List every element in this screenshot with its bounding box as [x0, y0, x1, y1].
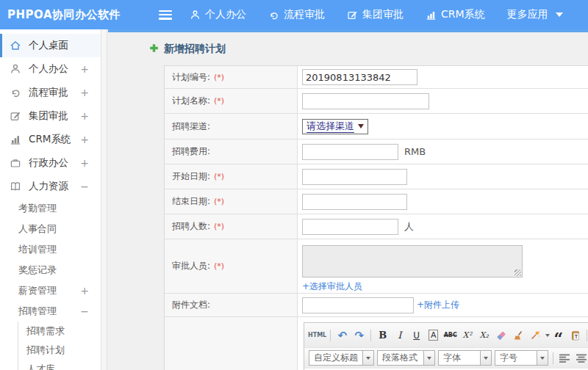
plan-name-input[interactable]	[302, 93, 429, 109]
select-approvers-link[interactable]: +选择审批人员	[302, 280, 362, 293]
topnav-personal-office[interactable]: 个人办公	[190, 8, 246, 21]
eraser-icon[interactable]	[493, 328, 509, 342]
form-row-channel: 招聘渠道: 请选择渠道	[165, 114, 588, 139]
recruit-plan-form: 计划编号:(*) 计划名称:(*) 招聘渠道: 请选择渠道	[164, 65, 588, 370]
field-label: 计划名称:(*)	[165, 89, 298, 113]
superscript-button[interactable]: X²	[459, 328, 475, 342]
end-date-input[interactable]	[302, 194, 407, 210]
field-label: 招聘人数:(*)	[165, 214, 298, 239]
resize-grip-icon[interactable]	[514, 269, 521, 276]
sidebar-item-admin-office[interactable]: 行政办公 +	[0, 151, 101, 175]
subscript-button[interactable]: X₂	[476, 328, 492, 342]
start-date-input[interactable]	[302, 169, 407, 185]
sidebar-item-talent-pool[interactable]: 人才库	[18, 360, 101, 370]
paste-icon[interactable]	[567, 328, 583, 342]
field-label: 结束日期:(*)	[165, 189, 298, 214]
plan-no-input[interactable]	[302, 69, 417, 85]
font-style-button[interactable]: A	[429, 330, 439, 341]
sidebar-item-attendance[interactable]: 考勤管理	[0, 198, 101, 219]
edit-icon	[347, 10, 358, 21]
page-header: 新增招聘计划	[108, 32, 588, 65]
sidebar-item-recruit-demand[interactable]: 招聘需求	[18, 322, 101, 341]
strikethrough-button[interactable]: ABC	[442, 328, 458, 342]
caret-down-icon	[366, 357, 370, 360]
form-row-plan-no: 计划编号:(*)	[165, 66, 588, 89]
sidebar-item-salary[interactable]: 薪资管理 +	[0, 280, 101, 301]
required-mark: (*)	[214, 197, 224, 206]
topnav-group-approval[interactable]: 集团审批	[347, 8, 404, 21]
required-mark: (*)	[214, 222, 224, 231]
sidebar-scrollbar[interactable]	[101, 29, 107, 370]
redo-button[interactable]: ↷	[351, 328, 367, 342]
font-size-select[interactable]: 字号	[495, 350, 548, 366]
collapse-icon[interactable]: −	[80, 305, 89, 317]
align-left-icon[interactable]	[557, 351, 573, 365]
sidebar-item-recruit-mgmt[interactable]: 招聘管理 −	[0, 301, 101, 322]
align-center-icon[interactable]	[574, 351, 588, 365]
topbar: PHPOA协同办公软件 个人办公 流程审批 集团审批 CRM系统	[0, 0, 588, 29]
field-label: 招聘渠道:	[165, 114, 298, 139]
expand-icon[interactable]: +	[80, 63, 89, 75]
select-arrow-icon	[358, 124, 364, 128]
underline-button[interactable]: U	[409, 328, 424, 342]
sidebar-item-rewards[interactable]: 奖惩记录	[0, 260, 101, 280]
sidebar: 个人桌面 个人办公 + 流程审批 + 集团审批 + CRM系统 + 行政办公 +	[0, 29, 101, 370]
main-content: 新增招聘计划 计划编号:(*) 计划名称:(*) 招聘渠道:	[108, 29, 588, 370]
flow-icon	[268, 10, 279, 21]
caret-down-icon[interactable]	[545, 334, 550, 337]
add-plus-icon	[149, 42, 159, 56]
required-mark: (*)	[214, 261, 224, 271]
briefcase-icon	[10, 157, 22, 170]
chart-icon	[10, 134, 22, 146]
cost-input[interactable]	[302, 144, 398, 160]
field-label: 开始日期:(*)	[165, 164, 298, 189]
sidebar-item-personal-office[interactable]: 个人办公 +	[0, 57, 101, 81]
expand-icon[interactable]: +	[80, 134, 89, 145]
form-row-attachment: 附件文档: +附件上传	[165, 294, 588, 317]
flow-icon	[10, 87, 22, 99]
undo-button[interactable]: ↶	[334, 328, 350, 342]
heading-style-select[interactable]: 自定义标题	[309, 350, 374, 366]
sidebar-item-crm-system[interactable]: CRM系统 +	[0, 128, 101, 151]
attachment-upload-link[interactable]: +附件上传	[417, 299, 459, 311]
topnav-crm-system[interactable]: CRM系统	[426, 8, 485, 21]
format-brush-icon[interactable]	[510, 328, 526, 342]
approvers-textarea[interactable]	[302, 245, 523, 278]
autotypeset-wand-icon[interactable]	[527, 328, 542, 342]
expand-icon[interactable]: +	[80, 87, 89, 98]
html-source-button[interactable]: HTML	[308, 328, 326, 342]
caret-down-icon	[556, 12, 563, 17]
field-label: 计划编号:(*)	[165, 66, 298, 88]
sidebar-item-training[interactable]: 培训管理	[0, 239, 101, 260]
currency-suffix: RMB	[404, 146, 426, 157]
caret-down-icon	[427, 357, 431, 360]
field-label: 审批人员:(*)	[165, 239, 298, 293]
topnav-more-apps[interactable]: 更多应用	[507, 8, 563, 21]
expand-icon[interactable]: +	[80, 285, 89, 297]
caret-down-icon	[540, 357, 545, 360]
topnav-workflow-approval[interactable]: 流程审批	[268, 8, 325, 21]
channel-select[interactable]: 请选择渠道	[302, 119, 368, 134]
paragraph-format-select[interactable]: 段落格式	[377, 350, 435, 366]
sidebar-item-group-approval[interactable]: 集团审批 +	[0, 104, 101, 128]
sidebar-item-hr-contract[interactable]: 人事合同	[0, 219, 101, 239]
app-logo: PHPOA协同办公软件	[7, 8, 121, 22]
collapse-icon[interactable]: −	[80, 181, 89, 192]
headcount-input[interactable]	[302, 219, 398, 235]
form-row-headcount: 招聘人数:(*) 人	[165, 214, 588, 239]
blockquote-button[interactable]: “	[551, 331, 566, 345]
sidebar-item-recruit-plan[interactable]: 招聘计划	[18, 341, 101, 360]
attachment-input[interactable]	[302, 297, 414, 313]
expand-icon[interactable]: +	[80, 110, 89, 122]
book-icon	[10, 181, 22, 193]
editor-toolbar-row2: 自定义标题 段落格式 字体 字号	[304, 347, 588, 369]
hamburger-menu-icon[interactable]	[159, 10, 172, 20]
font-family-select[interactable]: 字体	[438, 350, 492, 366]
sidebar-item-human-resources[interactable]: 人力资源 −	[0, 175, 101, 198]
sidebar-item-personal-desktop[interactable]: 个人桌面	[0, 34, 101, 57]
bold-button[interactable]: B	[375, 328, 390, 342]
sidebar-item-workflow-approval[interactable]: 流程审批 +	[0, 81, 101, 104]
expand-icon[interactable]: +	[80, 157, 89, 169]
italic-button[interactable]: I	[392, 328, 407, 342]
chart-icon	[426, 10, 437, 21]
